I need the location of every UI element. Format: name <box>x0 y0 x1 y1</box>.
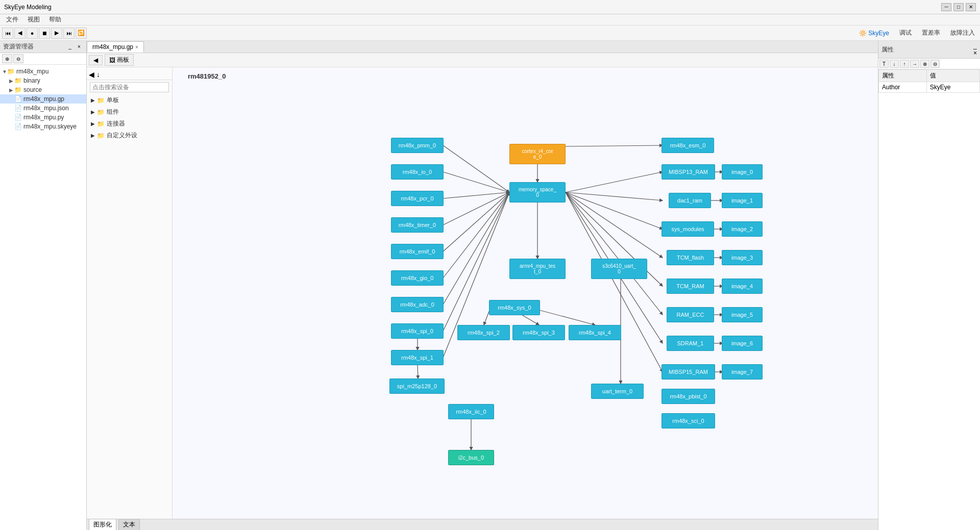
panel-minimize-btn[interactable]: _ <box>66 43 74 51</box>
sidebar-nav: ◀ ↓ <box>87 69 172 80</box>
toolbar-btn-6[interactable]: ⏭ <box>63 28 75 39</box>
node-rm48x-pmm[interactable]: rm48x_pmm_0 <box>391 138 444 153</box>
node-rm48x-spi-0[interactable]: rm48x_spi_0 <box>391 323 444 339</box>
node-SDRAM-1[interactable]: SDRAM_1 <box>667 336 714 351</box>
node-MIBSP13-RAM[interactable]: MIBSP13_RAM <box>662 164 715 180</box>
sidebar-folder-icon: 📁 <box>97 132 105 139</box>
node-sys-modules[interactable]: sys_modules <box>662 221 714 237</box>
node-image-1[interactable]: image_1 <box>722 193 763 208</box>
node-rm48x-io[interactable]: rm48x_io_0 <box>391 164 444 180</box>
node-image-7[interactable]: image_7 <box>722 364 763 380</box>
node-s3c6410-uart[interactable]: s3c6410_uart_ 0 <box>591 259 647 279</box>
node-image-6[interactable]: image_6 <box>722 336 763 351</box>
props-close-btn[interactable]: × <box>973 49 977 57</box>
node-rm48x-sys[interactable]: rm48x_sys_0 <box>489 300 540 315</box>
tree-item-skyeye[interactable]: 📄 rm48x_mpu.skyeye <box>0 122 86 131</box>
svg-line-13 <box>566 192 663 229</box>
props-minimize-btn[interactable]: _ <box>973 42 977 49</box>
tab-close-icon[interactable]: × <box>135 44 138 50</box>
diagram-canvas[interactable]: rm481952_0 <box>173 67 878 519</box>
props-btn-1[interactable]: T <box>879 60 889 68</box>
node-image-3[interactable]: image_3 <box>722 250 763 265</box>
diagram-back-btn[interactable]: ◀ <box>89 55 103 65</box>
node-image-5[interactable]: image_5 <box>722 307 763 322</box>
menu-file[interactable]: 文件 <box>2 14 22 25</box>
toolbar-btn-1[interactable]: ⏮ <box>2 28 13 39</box>
node-rm48x-spi-3[interactable]: rm48x_spi_3 <box>512 325 565 340</box>
props-btn-2[interactable]: ↓ <box>890 60 899 68</box>
toolbar-skyeye[interactable]: 🔆 SkyEye <box>856 29 892 38</box>
node-rm48x-spi-1[interactable]: rm48x_spi_1 <box>391 350 444 365</box>
sidebar-search-input[interactable] <box>90 82 169 92</box>
toolbar-btn-3[interactable]: ● <box>27 28 38 39</box>
tree-item-binary[interactable]: ▶ 📁 binary <box>0 76 86 85</box>
svg-line-34 <box>566 145 663 146</box>
node-armr4-mpu[interactable]: armr4_mpu_tes t_0 <box>509 259 566 279</box>
node-cortex-r4[interactable]: cortex_r4_cor e_0 <box>509 144 566 164</box>
resource-expand-btn[interactable]: ⊕ <box>2 54 12 63</box>
sidebar-item-danban[interactable]: ▶ 📁 单板 <box>87 94 172 106</box>
node-uart-term[interactable]: uart_term_0 <box>591 384 644 399</box>
tree-item-source[interactable]: ▶ 📁 source <box>0 85 86 94</box>
tree-item-py[interactable]: 📄 rm48x_mpu.py <box>0 113 86 122</box>
tree-item-json[interactable]: 📄 rm48x_mpu.json <box>0 104 86 113</box>
minimize-button[interactable]: ─ <box>941 3 951 11</box>
props-btn-6[interactable]: ⊖ <box>930 60 940 68</box>
sidebar-folder-icon: 📁 <box>97 109 105 116</box>
sidebar-item-connector[interactable]: ▶ 📁 连接器 <box>87 118 172 130</box>
node-rm48x-timer[interactable]: rm48x_timer_0 <box>391 217 444 233</box>
svg-line-2 <box>443 192 509 198</box>
node-image-0[interactable]: image_0 <box>722 164 763 180</box>
menu-view[interactable]: 视图 <box>23 14 44 25</box>
node-memory-space[interactable]: memory_space_ 0 <box>509 182 566 203</box>
sidebar-back-icon[interactable]: ◀ <box>89 70 94 79</box>
node-dac1-ram[interactable]: dac1_ram <box>669 193 711 208</box>
svg-line-6 <box>443 192 509 305</box>
node-image-4[interactable]: image_4 <box>722 279 763 294</box>
sidebar-item-custom[interactable]: ▶ 📁 自定义外设 <box>87 130 172 141</box>
node-RAM-ECC[interactable]: RAM_ECC <box>667 307 714 322</box>
node-rm48x-iic[interactable]: rm48x_iic_0 <box>448 404 494 419</box>
diagram-canvas-btn[interactable]: 🖼 画板 <box>105 54 134 66</box>
svg-line-16 <box>566 192 663 315</box>
node-rm48x-spi-4[interactable]: rm48x_spi_4 <box>569 325 621 340</box>
sidebar-item-zujian[interactable]: ▶ 📁 组件 <box>87 106 172 118</box>
tree-item-gp[interactable]: 📄 rm48x_mpu.gp <box>0 94 86 104</box>
node-rm48x-pbist[interactable]: rm48x_pbist_0 <box>662 389 715 404</box>
toolbar-btn-2[interactable]: ◀ <box>14 28 26 39</box>
properties-header: 属性 _ × <box>878 41 980 59</box>
toolbar-btn-4[interactable]: ⏹ <box>39 28 50 39</box>
svg-line-0 <box>443 145 509 192</box>
node-image-2[interactable]: image_2 <box>722 221 763 237</box>
menu-help[interactable]: 帮助 <box>45 14 65 25</box>
tab-graphic[interactable]: 图形化 <box>89 519 116 530</box>
node-MIBSP15-RAM[interactable]: MIBSP15_RAM <box>662 364 715 380</box>
resource-collapse-btn[interactable]: ⊖ <box>13 54 23 63</box>
tree-item-rm48x_mpu[interactable]: ▼ 📁 rm48x_mpu <box>0 67 86 76</box>
tab-text[interactable]: 文本 <box>118 519 140 530</box>
canvas-icon: 🖼 <box>109 57 115 64</box>
node-rm48x-emif[interactable]: rm48x_emif_0 <box>391 244 444 259</box>
props-btn-3[interactable]: ↑ <box>900 60 909 68</box>
toolbar-btn-5[interactable]: ▶ <box>51 28 62 39</box>
node-rm48x-adc[interactable]: rm48x_adc_0 <box>391 297 444 312</box>
node-rm48x-gio[interactable]: rm48x_gio_0 <box>391 270 444 286</box>
panel-close-btn[interactable]: × <box>75 43 83 51</box>
close-button[interactable]: ✕ <box>966 3 976 11</box>
node-rm48x-esm[interactable]: rm48x_esm_0 <box>662 138 714 153</box>
tab-rm48x-mpu-gp[interactable]: rm48x_mpu.gp × <box>87 41 144 53</box>
node-TCM-flash[interactable]: TCM_flash <box>667 250 714 265</box>
node-i2c-bus[interactable]: i2c_bus_0 <box>448 450 494 465</box>
node-TCM-RAM[interactable]: TCM_RAM <box>667 279 714 294</box>
toolbar-btn-7[interactable]: 🔁 <box>76 28 87 39</box>
toolbar-diff[interactable]: 置差率 <box>919 28 943 38</box>
node-rm48x-sci[interactable]: rm48x_sci_0 <box>662 413 715 428</box>
props-btn-4[interactable]: → <box>910 60 919 68</box>
toolbar-debug[interactable]: 调试 <box>896 28 915 38</box>
node-rm48x-pcr[interactable]: rm48x_pcr_0 <box>391 191 444 206</box>
props-btn-5[interactable]: ⊕ <box>920 60 929 68</box>
node-spi-m25p128[interactable]: spi_m25p128_0 <box>389 378 445 394</box>
maximize-button[interactable]: □ <box>953 3 964 11</box>
node-rm48x-spi-2[interactable]: rm48x_spi_2 <box>457 325 510 340</box>
toolbar-fault[interactable]: 故障注入 <box>947 28 978 38</box>
